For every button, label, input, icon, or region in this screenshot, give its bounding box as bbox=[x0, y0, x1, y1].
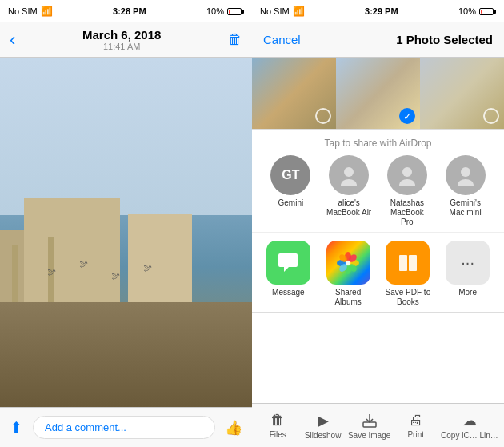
right-divider bbox=[252, 312, 504, 313]
toolbar-files[interactable]: 🗑 Files bbox=[258, 412, 298, 439]
message-icon bbox=[266, 241, 310, 285]
message-label: Message bbox=[272, 288, 305, 297]
action-more[interactable]: ··· More bbox=[442, 241, 494, 297]
contact-gemini-avatar: GT bbox=[270, 155, 310, 195]
share-button[interactable]: ⬆ bbox=[10, 418, 23, 437]
airdrop-section: Tap to share with AirDrop GT Gemini alic… bbox=[252, 130, 504, 232]
contact-alice[interactable]: alice's MacBook Air bbox=[325, 155, 373, 218]
bird-3: 🕊 bbox=[112, 272, 120, 281]
toolbar-save-image[interactable]: Save Image bbox=[348, 412, 390, 440]
comment-input[interactable]: Add a comment... bbox=[33, 416, 215, 439]
action-shared-albums[interactable]: Shared Albums bbox=[322, 241, 374, 307]
bird-4: 🕊 bbox=[144, 264, 152, 273]
svg-point-4 bbox=[461, 167, 470, 177]
venice-buildings bbox=[0, 145, 252, 302]
svg-point-3 bbox=[399, 179, 415, 186]
message-bubble-icon bbox=[276, 251, 300, 275]
copy-label: Copy iC… Lin… bbox=[441, 431, 498, 440]
right-carrier-text: No SIM bbox=[260, 6, 290, 16]
nav-title: March 6, 2018 11:41 AM bbox=[82, 28, 161, 51]
photos-flower-icon bbox=[334, 249, 362, 277]
building-2 bbox=[128, 214, 192, 302]
right-battery-area: 10% bbox=[458, 6, 496, 16]
like-button[interactable]: 👍 bbox=[225, 419, 242, 437]
files-label: Files bbox=[270, 430, 286, 439]
save-image-label: Save Image bbox=[348, 431, 390, 440]
books-icon bbox=[386, 241, 430, 285]
contact-geminis-mini-name: Gemini's Mac mini bbox=[442, 198, 490, 218]
left-battery-icon bbox=[227, 8, 244, 15]
person-silhouette-3 bbox=[454, 164, 477, 186]
thumb-3-ring bbox=[483, 108, 499, 124]
selected-title: 1 Photo Selected bbox=[396, 33, 493, 46]
photo-background: 🕊 🕊 🕊 🕊 bbox=[0, 58, 252, 407]
right-battery-icon bbox=[479, 8, 496, 15]
contact-natashas[interactable]: Natashas MacBook Pro bbox=[383, 155, 431, 227]
right-carrier: No SIM 📶 bbox=[260, 6, 305, 17]
print-label: Print bbox=[407, 430, 424, 439]
thumbnail-1[interactable] bbox=[252, 58, 336, 129]
person-silhouette-2 bbox=[396, 164, 418, 186]
thumb-1-ring bbox=[315, 108, 331, 124]
contact-alice-avatar bbox=[329, 155, 369, 195]
svg-rect-16 bbox=[409, 255, 417, 271]
contact-alice-name: alice's MacBook Air bbox=[325, 198, 373, 218]
slideshow-icon: ▶ bbox=[318, 412, 329, 429]
airdrop-contacts: GT Gemini alice's MacBook Air bbox=[262, 155, 494, 227]
back-button[interactable]: ‹ bbox=[10, 30, 15, 50]
contact-natashas-avatar bbox=[387, 155, 427, 195]
left-status-bar: No SIM 📶 3:28 PM 10% bbox=[0, 0, 252, 22]
photos-icon bbox=[326, 241, 370, 285]
thumbnail-3[interactable] bbox=[420, 58, 504, 129]
svg-point-5 bbox=[458, 179, 474, 186]
contact-geminis-mini-avatar bbox=[446, 155, 486, 195]
cancel-button[interactable]: Cancel bbox=[263, 33, 301, 46]
building-1 bbox=[24, 198, 120, 302]
airdrop-label: Tap to share with AirDrop bbox=[262, 138, 494, 149]
right-time: 3:29 PM bbox=[365, 6, 398, 16]
person-silhouette-1 bbox=[338, 164, 360, 186]
left-bottom-bar: ⬆ Add a comment... 👍 bbox=[0, 407, 252, 447]
left-panel: No SIM 📶 3:28 PM 10% ‹ March 6, 2018 11:… bbox=[0, 0, 252, 447]
contact-gemini[interactable]: GT Gemini bbox=[266, 155, 314, 208]
save-image-icon bbox=[361, 412, 378, 429]
left-time: 3:28 PM bbox=[113, 6, 146, 16]
bird-1: 🕊 bbox=[48, 268, 56, 277]
share-actions: Message Shared Albums bbox=[252, 232, 504, 312]
thumbnail-2[interactable]: ✓ bbox=[336, 58, 420, 129]
action-message[interactable]: Message bbox=[262, 241, 314, 297]
slideshow-label: Slideshow bbox=[305, 431, 342, 440]
thumbnails-strip: ✓ bbox=[252, 58, 504, 130]
venice-ground bbox=[0, 302, 252, 407]
bird-2: 🕊 bbox=[80, 260, 88, 269]
main-photo: 🕊 🕊 🕊 🕊 bbox=[0, 58, 252, 407]
left-battery-pct: 10% bbox=[206, 6, 224, 16]
trash-button[interactable]: 🗑 bbox=[228, 31, 242, 48]
toolbar-print[interactable]: 🖨 Print bbox=[396, 412, 436, 439]
action-books[interactable]: Save PDF to Books bbox=[382, 241, 434, 307]
left-carrier-text: No SIM bbox=[8, 6, 38, 16]
right-battery-pct: 10% bbox=[458, 6, 476, 16]
right-nav-bar: Cancel 1 Photo Selected bbox=[252, 22, 504, 58]
print-icon: 🖨 bbox=[409, 412, 423, 429]
svg-point-2 bbox=[402, 167, 412, 177]
contact-natashas-name: Natashas MacBook Pro bbox=[383, 198, 431, 227]
copy-icon: ☁ bbox=[462, 412, 477, 429]
contact-gemini-name: Gemini bbox=[278, 198, 304, 208]
column-1 bbox=[12, 245, 18, 309]
right-panel: No SIM 📶 3:29 PM 10% Cancel 1 Photo Sele… bbox=[252, 0, 504, 447]
svg-point-0 bbox=[344, 167, 354, 177]
thumb-2-checkmark: ✓ bbox=[399, 108, 415, 124]
toolbar-slideshow[interactable]: ▶ Slideshow bbox=[303, 412, 343, 440]
contact-geminis-mini[interactable]: Gemini's Mac mini bbox=[442, 155, 490, 218]
toolbar-copy[interactable]: ☁ Copy iC… Lin… bbox=[441, 412, 498, 440]
left-battery-area: 10% bbox=[206, 6, 244, 16]
books-label: Save PDF to Books bbox=[382, 288, 434, 307]
right-wifi-icon: 📶 bbox=[293, 6, 305, 17]
svg-point-1 bbox=[341, 179, 357, 186]
nav-time: 11:41 AM bbox=[82, 42, 161, 51]
files-icon: 🗑 bbox=[270, 412, 285, 429]
more-icon: ··· bbox=[446, 241, 490, 285]
nav-date: March 6, 2018 bbox=[82, 28, 161, 42]
left-wifi-icon: 📶 bbox=[41, 6, 53, 17]
